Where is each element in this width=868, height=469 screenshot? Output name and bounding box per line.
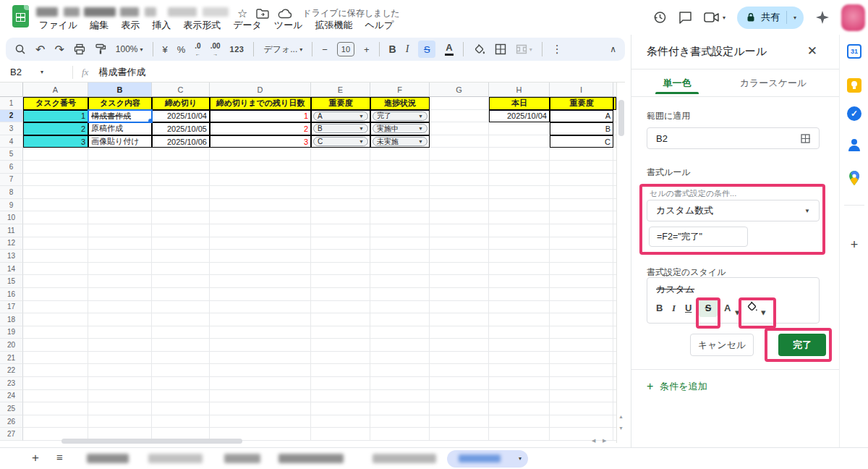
- comment-icon[interactable]: [678, 11, 692, 25]
- cell-C24[interactable]: [152, 390, 210, 403]
- cell-E7[interactable]: [311, 174, 370, 187]
- cell-A20[interactable]: [23, 339, 88, 352]
- menu-item[interactable]: 挿入: [152, 19, 171, 32]
- cell-C12[interactable]: [152, 237, 210, 250]
- cell-D23[interactable]: [210, 377, 311, 390]
- format-percent-button[interactable]: %: [177, 44, 186, 55]
- column-header-G[interactable]: G: [430, 83, 489, 97]
- cell-E13[interactable]: [311, 250, 370, 263]
- cell-D21[interactable]: [210, 352, 311, 365]
- cell-F18[interactable]: [370, 313, 430, 326]
- cell-A17[interactable]: [23, 301, 88, 314]
- cell-C14[interactable]: [152, 263, 210, 276]
- column-header-H[interactable]: H: [489, 83, 550, 97]
- range-input[interactable]: B2: [647, 127, 820, 149]
- cell-F6[interactable]: [370, 161, 430, 174]
- cell-H19[interactable]: [489, 326, 550, 339]
- cell-B9[interactable]: [88, 199, 152, 212]
- cell-G6[interactable]: [430, 161, 489, 174]
- cell-I1[interactable]: 重要度: [550, 97, 613, 110]
- row-header-16[interactable]: 16: [0, 288, 23, 301]
- cell-G25[interactable]: [430, 402, 489, 415]
- cell-E22[interactable]: [311, 364, 370, 377]
- row-header-7[interactable]: 7: [0, 174, 23, 187]
- keep-icon[interactable]: [847, 78, 861, 93]
- cell-G15[interactable]: [430, 275, 489, 288]
- cell-A9[interactable]: [23, 199, 88, 212]
- row-header-18[interactable]: 18: [0, 313, 23, 326]
- cell-H20[interactable]: [489, 339, 550, 352]
- cell-A24[interactable]: [23, 390, 88, 403]
- borders-icon[interactable]: [495, 43, 506, 55]
- cell-D19[interactable]: [210, 326, 311, 339]
- menu-item[interactable]: 表示: [121, 19, 140, 32]
- contacts-icon[interactable]: [847, 138, 861, 152]
- column-header-C[interactable]: C: [152, 83, 210, 97]
- blurred-sheet-tab[interactable]: [373, 454, 436, 463]
- cell-H13[interactable]: [489, 250, 550, 263]
- close-icon[interactable]: ✕: [807, 43, 817, 59]
- cell-B11[interactable]: [88, 224, 152, 237]
- cell-F10[interactable]: [370, 211, 430, 224]
- cell-C10[interactable]: [152, 211, 210, 224]
- cell-I18[interactable]: [550, 313, 613, 326]
- row-header-14[interactable]: 14: [0, 263, 23, 276]
- cell-A26[interactable]: [23, 415, 88, 428]
- cell-G1[interactable]: [430, 97, 489, 110]
- cell-I12[interactable]: [550, 237, 613, 250]
- add-apps-icon[interactable]: +: [847, 237, 861, 252]
- cell-B10[interactable]: [88, 211, 152, 224]
- cell-F14[interactable]: [370, 263, 430, 276]
- cell-F24[interactable]: [370, 390, 430, 403]
- gemini-sparkle-icon[interactable]: [815, 10, 830, 25]
- menu-item[interactable]: ツール: [274, 19, 303, 32]
- vertical-scrollbar[interactable]: ▲ ▼: [616, 83, 625, 443]
- dropdown-chip[interactable]: B▼: [313, 124, 368, 133]
- merge-cells-icon[interactable]: ▾: [516, 44, 532, 54]
- row-header-11[interactable]: 11: [0, 224, 23, 237]
- cell-H5[interactable]: [489, 148, 550, 161]
- cell-I26[interactable]: [550, 415, 613, 428]
- cell-A8[interactable]: [23, 186, 88, 199]
- cell-E16[interactable]: [311, 288, 370, 301]
- cell-E14[interactable]: [311, 263, 370, 276]
- cell-E25[interactable]: [311, 402, 370, 415]
- row-header-25[interactable]: 25: [0, 402, 23, 415]
- cell-C7[interactable]: [152, 174, 210, 187]
- row-header-19[interactable]: 19: [0, 326, 23, 339]
- cell-F21[interactable]: [370, 352, 430, 365]
- cell-H7[interactable]: [489, 174, 550, 187]
- zoom-select[interactable]: 100%▾: [116, 44, 143, 54]
- cell-G9[interactable]: [430, 199, 489, 212]
- cell-A16[interactable]: [23, 288, 88, 301]
- cell-A3[interactable]: 2: [23, 122, 88, 135]
- cell-E19[interactable]: [311, 326, 370, 339]
- cell-A19[interactable]: [23, 326, 88, 339]
- cell-I23[interactable]: [550, 377, 613, 390]
- row-header-20[interactable]: 20: [0, 339, 23, 352]
- cell-F22[interactable]: [370, 364, 430, 377]
- cell-E3[interactable]: B▼: [311, 122, 370, 135]
- cell-D26[interactable]: [210, 415, 311, 428]
- column-header-B[interactable]: B: [88, 83, 152, 97]
- cell-H12[interactable]: [489, 237, 550, 250]
- cell-C21[interactable]: [152, 352, 210, 365]
- cell-A15[interactable]: [23, 275, 88, 288]
- cell-B25[interactable]: [88, 402, 152, 415]
- cell-I10[interactable]: [550, 211, 613, 224]
- cell-G26[interactable]: [430, 415, 489, 428]
- formula-input[interactable]: 構成書作成: [98, 66, 145, 79]
- condition-select[interactable]: カスタム数式 ▼: [647, 200, 820, 221]
- cell-E26[interactable]: [311, 415, 370, 428]
- cell-E6[interactable]: [311, 161, 370, 174]
- menu-item[interactable]: ヘルプ: [365, 19, 393, 32]
- cell-C19[interactable]: [152, 326, 210, 339]
- row-header-23[interactable]: 23: [0, 377, 23, 390]
- avatar[interactable]: [841, 4, 865, 31]
- scroll-down-icon[interactable]: ▼: [618, 426, 624, 431]
- cell-C8[interactable]: [152, 186, 210, 199]
- cell-F25[interactable]: [370, 402, 430, 415]
- cell-B26[interactable]: [88, 415, 152, 428]
- menu-item[interactable]: 表示形式: [183, 19, 221, 32]
- cell-A18[interactable]: [23, 313, 88, 326]
